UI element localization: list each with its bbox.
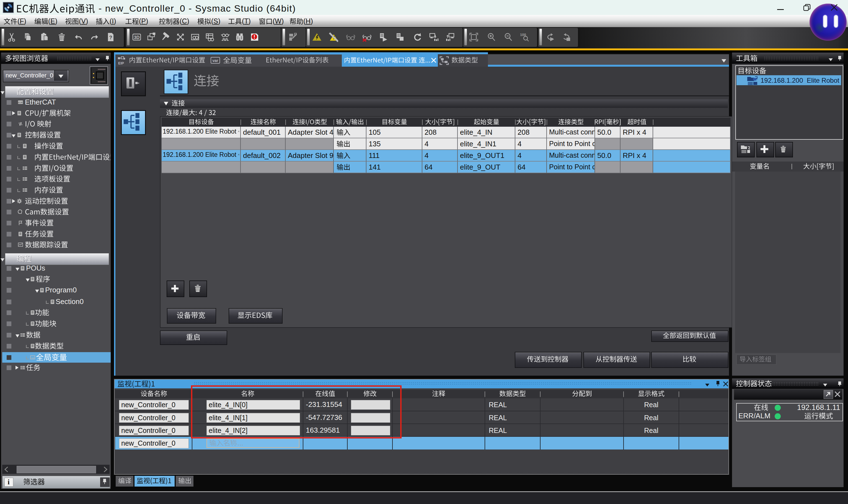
svg-text:var: var xyxy=(31,357,34,359)
svg-text:var: var xyxy=(212,58,218,63)
svg-text:3D: 3D xyxy=(134,35,140,40)
svg-text:?: ? xyxy=(109,35,112,40)
svg-text:EIP: EIP xyxy=(118,61,124,65)
svg-text:ECAT: ECAT xyxy=(18,102,23,104)
